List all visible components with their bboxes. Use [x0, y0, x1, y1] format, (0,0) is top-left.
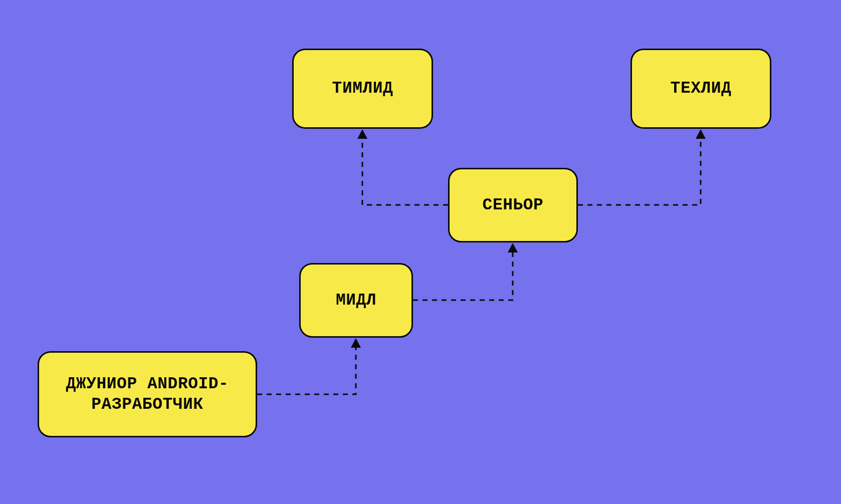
node-junior-label: ДЖУНИОР ANDROID- РАЗРАБОТЧИК: [66, 374, 229, 415]
arrowhead-senior: [508, 243, 518, 253]
node-teamlead: ТИМЛИД: [292, 49, 433, 129]
node-senior-label: СЕНЬОР: [483, 195, 544, 215]
arrowhead-middle: [351, 338, 361, 348]
node-junior: ДЖУНИОР ANDROID- РАЗРАБОТЧИК: [38, 351, 257, 437]
connector-senior-teamlead: [362, 137, 448, 205]
node-techlead-label: ТЕХЛИД: [671, 78, 732, 99]
connector-junior-middle: [257, 346, 356, 394]
node-middle-label: МИДЛ: [336, 290, 376, 311]
connector-middle-senior: [413, 250, 513, 300]
node-senior: СЕНЬОР: [448, 168, 578, 242]
node-middle: МИДЛ: [299, 263, 413, 338]
arrowhead-teamlead: [357, 129, 367, 139]
node-techlead: ТЕХЛИД: [630, 49, 771, 129]
connector-senior-techlead: [578, 137, 701, 205]
node-teamlead-label: ТИМЛИД: [332, 78, 393, 99]
arrowhead-techlead: [696, 129, 706, 139]
